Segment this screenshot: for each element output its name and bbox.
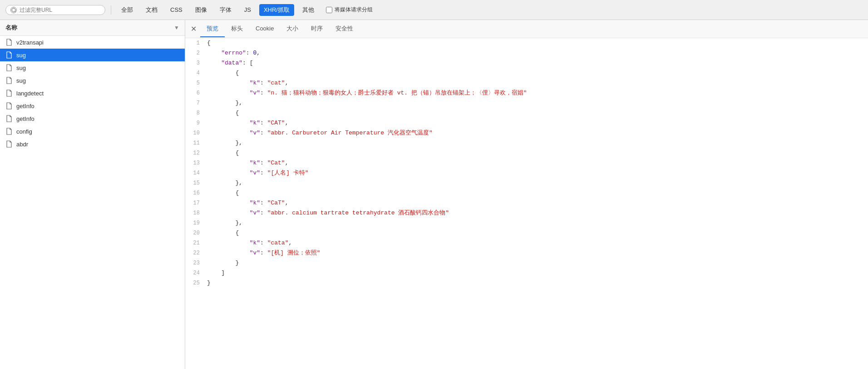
- tab-doc[interactable]: 文档: [141, 4, 162, 16]
- file-icon: [5, 77, 13, 84]
- tab-image[interactable]: 图像: [191, 4, 212, 16]
- file-item[interactable]: config: [0, 125, 185, 138]
- json-line: 10 "v": "abbr. Carburetor Air Temperatur…: [185, 128, 868, 138]
- line-number: 17: [185, 198, 207, 208]
- line-number: 8: [185, 108, 207, 118]
- json-line: 1{: [185, 38, 868, 48]
- json-line: 6 "v": "n. 猫；猫科动物；狠毒的女人；爵士乐爱好者 vt. 把（锚）吊…: [185, 88, 868, 98]
- media-group-wrap: 将媒体请求分组: [326, 6, 373, 14]
- line-number: 11: [185, 138, 207, 148]
- left-header-title: 名称: [5, 24, 174, 32]
- line-content: }: [207, 278, 868, 288]
- left-header: 名称 ▼: [0, 20, 185, 36]
- file-item[interactable]: v2transapi: [0, 36, 185, 49]
- json-line: 5 "k": "cat",: [185, 78, 868, 88]
- json-line: 14 "v": "[人名] 卡特": [185, 168, 868, 178]
- tab-headers[interactable]: 标头: [225, 21, 249, 37]
- json-line: 3 "data": [: [185, 58, 868, 68]
- json-line: 4 {: [185, 68, 868, 78]
- line-number: 12: [185, 148, 207, 158]
- line-number: 19: [185, 218, 207, 228]
- line-number: 4: [185, 68, 207, 78]
- json-line: 8 {: [185, 108, 868, 118]
- json-line: 20 {: [185, 228, 868, 238]
- line-number: 1: [185, 38, 207, 48]
- json-line: 12 {: [185, 148, 868, 158]
- line-content: {: [207, 148, 868, 158]
- file-name: langdetect: [16, 90, 44, 97]
- tab-font[interactable]: 字体: [215, 4, 236, 16]
- file-icon: [5, 51, 13, 59]
- filter-input[interactable]: [20, 7, 100, 13]
- tab-xhr[interactable]: XHR/抓取: [259, 4, 294, 16]
- line-content: {: [207, 228, 868, 238]
- file-icon: [5, 102, 13, 110]
- sort-arrow-icon[interactable]: ▼: [174, 25, 179, 31]
- filter-icon: [10, 7, 17, 13]
- json-viewer: 1{2 "errno": 0,3 "data": [4 {5 "k": "cat…: [185, 38, 868, 369]
- tab-preview[interactable]: 预览: [200, 21, 225, 37]
- line-content: "k": "CaT",: [207, 198, 868, 208]
- line-content: {: [207, 68, 868, 78]
- tab-js[interactable]: JS: [240, 5, 256, 15]
- line-number: 24: [185, 268, 207, 278]
- tab-timing[interactable]: 时序: [305, 21, 329, 37]
- tab-css[interactable]: CSS: [166, 5, 187, 15]
- file-item[interactable]: sug: [0, 61, 185, 74]
- line-content: {: [207, 38, 868, 48]
- line-number: 13: [185, 158, 207, 168]
- json-line: 25}: [185, 278, 868, 288]
- file-icon: [5, 64, 13, 71]
- line-number: 15: [185, 178, 207, 188]
- svg-point-0: [12, 8, 15, 12]
- line-number: 18: [185, 208, 207, 218]
- line-number: 10: [185, 128, 207, 138]
- right-panel: ✕ 预览 标头 Cookie 大小 时序 安全性 1{2 "errno": 0,…: [185, 20, 868, 369]
- tab-security[interactable]: 安全性: [329, 21, 360, 37]
- tab-cookie[interactable]: Cookie: [249, 21, 280, 36]
- json-line: 13 "k": "Cat",: [185, 158, 868, 168]
- tab-other[interactable]: 其他: [298, 4, 319, 16]
- file-item[interactable]: sug: [0, 74, 185, 87]
- line-content: "v": "[机] 溯位；依照": [207, 248, 868, 258]
- line-content: "data": [: [207, 58, 868, 68]
- file-name: config: [16, 128, 32, 135]
- line-content: "v": "abbr. calcium tartrate tetrahydrat…: [207, 208, 868, 218]
- line-content: "v": "[人名] 卡特": [207, 168, 868, 178]
- line-number: 3: [185, 58, 207, 68]
- file-item[interactable]: getInfo: [0, 100, 185, 112]
- json-line: 24 ]: [185, 268, 868, 278]
- file-icon: [5, 140, 13, 148]
- line-content: {: [207, 188, 868, 198]
- media-group-label: 将媒体请求分组: [335, 6, 373, 14]
- file-item[interactable]: abdr: [0, 138, 185, 150]
- tab-size[interactable]: 大小: [280, 21, 305, 37]
- file-name: getInfo: [16, 115, 35, 122]
- line-number: 6: [185, 88, 207, 98]
- left-panel: 名称 ▼ v2transapi sug sug sug langdetect g…: [0, 20, 185, 369]
- line-number: 20: [185, 228, 207, 238]
- right-tabs-bar: ✕ 预览 标头 Cookie 大小 时序 安全性: [185, 20, 868, 38]
- file-item[interactable]: langdetect: [0, 87, 185, 100]
- line-number: 23: [185, 258, 207, 268]
- line-content: ]: [207, 268, 868, 278]
- file-item[interactable]: sug: [0, 49, 185, 61]
- json-line: 19 },: [185, 218, 868, 228]
- file-name: getInfo: [16, 103, 35, 110]
- file-item[interactable]: getInfo: [0, 112, 185, 125]
- line-number: 14: [185, 168, 207, 178]
- json-line: 16 {: [185, 188, 868, 198]
- tab-all[interactable]: 全部: [117, 4, 138, 16]
- file-name: abdr: [16, 141, 28, 148]
- line-content: }: [207, 258, 868, 268]
- json-line: 2 "errno": 0,: [185, 48, 868, 58]
- json-line: 23 }: [185, 258, 868, 268]
- close-button[interactable]: ✕: [191, 24, 200, 35]
- file-list: v2transapi sug sug sug langdetect getInf…: [0, 36, 185, 369]
- line-content: "k": "cata",: [207, 238, 868, 248]
- media-group-checkbox[interactable]: [326, 7, 332, 13]
- json-line: 18 "v": "abbr. calcium tartrate tetrahyd…: [185, 208, 868, 218]
- main-content: 名称 ▼ v2transapi sug sug sug langdetect g…: [0, 20, 868, 369]
- line-content: },: [207, 218, 868, 228]
- filter-input-wrap[interactable]: [5, 5, 105, 15]
